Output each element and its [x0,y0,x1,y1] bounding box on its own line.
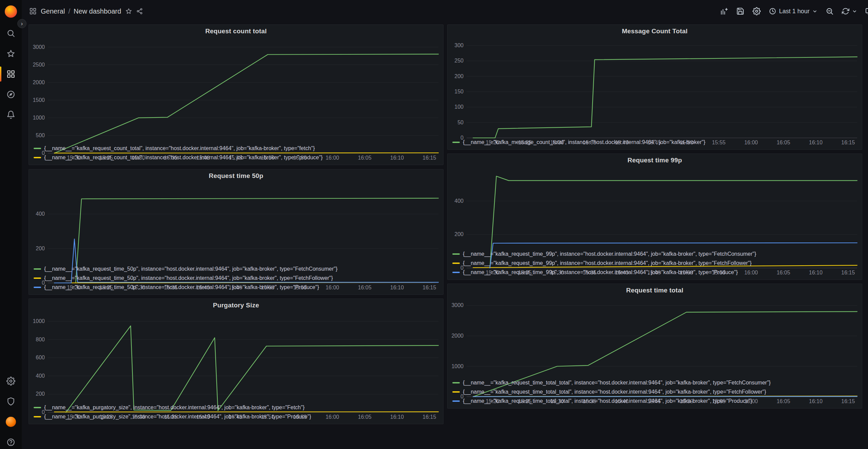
legend-item[interactable]: {__name__="kafka_request_count_total", i… [34,153,440,162]
time-range-picker[interactable]: Last 1 hour [767,5,819,17]
add-panel-button[interactable] [718,5,730,17]
legend-swatch [452,382,460,383]
kiosk-mode-button[interactable] [863,5,868,17]
add-panel-icon [720,7,728,15]
svg-text:400: 400 [454,198,464,204]
chart-plot-area[interactable]: 020040015:2015:2515:3015:3515:4015:4515:… [29,182,443,264]
svg-text:50: 50 [457,120,464,125]
legend-swatch [34,287,41,288]
time-range-label: Last 1 hour [779,8,810,15]
panel-title[interactable]: Message Count Total [448,25,862,38]
svg-text:1000: 1000 [33,318,45,324]
panel-title[interactable]: Request count total [29,25,443,38]
svg-text:1000: 1000 [451,363,464,369]
svg-text:200: 200 [454,231,464,237]
legend-swatch [452,142,460,143]
sidebar-item-dashboards[interactable] [0,64,22,84]
legend-item[interactable]: {__name__="kafka_purgatory_size", instan… [34,412,440,421]
sidebar-item-server-admin[interactable] [0,391,22,412]
grafana-logo[interactable] [5,5,17,18]
panel-legend: {__name__="kafka_request_time_total_tota… [448,378,862,408]
sidebar-item-explore[interactable] [0,84,22,105]
legend-item[interactable]: {__name__="kafka_request_time_99p", inst… [452,258,858,268]
legend-label: {__name__="kafka_message_count_total", i… [463,139,705,145]
panel-legend: {__name__="kafka_request_count_total", i… [29,144,443,165]
sidebar-item-configuration[interactable] [0,371,22,391]
legend-label: {__name__="kafka_request_count_total", i… [44,145,315,151]
legend-swatch [34,268,41,270]
panel-title[interactable]: Request time total [448,284,862,297]
bell-icon [6,110,15,119]
panel-purgatory-size: Purgatory Size 0200400600800100015:2015:… [29,299,444,424]
legend-item[interactable]: {__name__="kafka_request_time_total_tota… [452,387,858,396]
save-icon [736,7,744,15]
legend-label: {__name__="kafka_request_time_99p", inst… [463,260,752,266]
refresh-button[interactable] [840,5,859,17]
legend-item[interactable]: {__name__="kafka_request_time_99p", inst… [452,249,858,258]
dashboard-settings-button[interactable] [751,5,763,17]
legend-item[interactable]: {__name__="kafka_request_time_50p", inst… [34,283,440,292]
zoom-out-icon [826,7,834,15]
legend-label: {__name__="kafka_request_time_99p", inst… [463,251,756,257]
legend-item[interactable]: {__name__="kafka_request_time_total_tota… [452,378,858,387]
chart-plot-area[interactable]: 05010015020025030015:2015:2515:3015:3515… [448,38,862,138]
svg-text:3000: 3000 [451,302,464,308]
breadcrumb-page: New dashboard [74,7,121,15]
legend-swatch [34,416,41,417]
legend-swatch [34,148,41,149]
refresh-icon [842,7,849,15]
legend-label: {__name__="kafka_request_time_total_tota… [463,389,766,395]
sidebar-item-starred[interactable] [0,43,22,64]
svg-text:200: 200 [454,73,464,79]
legend-swatch [34,277,41,279]
breadcrumb-section[interactable]: General [41,7,65,15]
legend-swatch [452,263,460,264]
legend-swatch [452,272,460,273]
save-dashboard-button[interactable] [734,5,746,17]
legend-label: {__name__="kafka_request_time_50p", inst… [44,284,319,290]
favorite-star-icon[interactable] [125,8,132,15]
legend-item[interactable]: {__name__="kafka_request_count_total", i… [34,144,440,153]
panel-request-time-99p: Request time 99p 020040015:2015:2515:301… [447,154,862,280]
gear-icon [6,377,15,385]
panel-request-time-50p: Request time 50p 020040015:2015:2515:301… [29,169,444,295]
panel-legend: {__name__="kafka_request_time_50p", inst… [29,264,443,294]
share-icon[interactable] [136,8,143,15]
sidebar-item-profile[interactable] [0,412,22,432]
chart-plot-area[interactable]: 05001000150020002500300015:2015:2515:301… [29,38,443,144]
caret-down-icon [812,9,817,14]
legend-item[interactable]: {__name__="kafka_message_count_total", i… [452,138,858,147]
legend-item[interactable]: {__name__="kafka_request_time_50p", inst… [34,264,440,273]
legend-item[interactable]: {__name__="kafka_request_time_50p", inst… [34,273,440,283]
chart-canvas[interactable]: 05010015020025030015:2015:2515:3015:3515… [448,38,862,147]
legend-item[interactable]: {__name__="kafka_purgatory_size", instan… [34,403,440,412]
sidebar-expand-button[interactable]: › [17,19,26,28]
panel-legend: {__name__="kafka_request_time_99p", inst… [448,249,862,280]
breadcrumb-separator: / [68,7,70,15]
zoom-out-button[interactable] [824,5,836,17]
legend-label: {__name__="kafka_purgatory_size", instan… [44,414,311,420]
apps-icon [29,7,37,15]
clock-icon [769,7,776,15]
sidebar-item-help[interactable] [0,432,22,449]
legend-item[interactable]: {__name__="kafka_request_time_99p", inst… [452,268,858,277]
dashboards-grid-icon [6,70,15,78]
panel-title[interactable]: Request time 99p [448,154,862,167]
star-icon [6,49,15,58]
legend-label: {__name__="kafka_request_time_total_tota… [463,380,771,386]
svg-text:2000: 2000 [451,333,464,339]
legend-swatch [452,253,460,255]
compass-icon [6,90,15,99]
gear-icon [753,7,761,15]
chart-plot-area[interactable]: 020040015:2015:2515:3015:3515:4015:4515:… [448,167,862,249]
search-icon [6,29,15,38]
panel-title[interactable]: Request time 50p [29,169,443,182]
panel-title[interactable]: Purgatory Size [29,299,443,312]
svg-text:200: 200 [36,391,45,397]
sidebar-item-alerting[interactable] [0,105,22,125]
svg-text:500: 500 [36,132,45,138]
refresh-interval-caret-icon[interactable] [852,9,857,14]
chart-plot-area[interactable]: 010002000300015:2015:2515:3015:3515:4015… [448,297,862,378]
chart-plot-area[interactable]: 0200400600800100015:2015:2515:3015:3515:… [29,312,443,403]
legend-item[interactable]: {__name__="kafka_request_time_total_tota… [452,396,858,406]
